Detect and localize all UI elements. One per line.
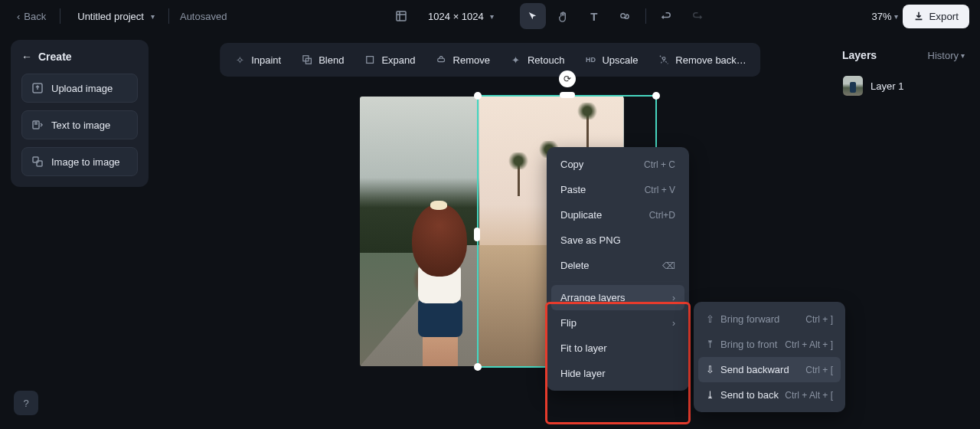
ctx-duplicate[interactable]: DuplicateCtrl+D	[551, 202, 684, 228]
chevron-right-icon: ›	[672, 318, 675, 329]
export-label: Export	[929, 11, 959, 22]
divider	[60, 8, 60, 24]
back-label: Back	[24, 11, 46, 22]
upload-image-label: Upload image	[51, 83, 113, 94]
context-menu: CopyCtrl + C PasteCtrl + V DuplicateCtrl…	[547, 147, 689, 391]
layers-title: Layers	[842, 49, 877, 61]
canvas-dimensions[interactable]: 1024 × 1024 ▾	[419, 6, 503, 27]
resize-handle-bl[interactable]	[474, 363, 482, 371]
hd-icon: HD	[584, 54, 596, 66]
ctx-copy[interactable]: CopyCtrl + C	[551, 152, 684, 177]
ctx-arrange-layers[interactable]: Arrange layers›	[551, 285, 684, 310]
text-to-image-icon	[31, 119, 44, 131]
bring-to-front-icon: ⤒	[706, 339, 714, 350]
top-bar: ‹ Back Untitled project ▾ Autosaved 1024…	[0, 0, 980, 32]
chevron-down-icon: ▾	[961, 51, 965, 60]
ctx-delete[interactable]: Delete⌫	[551, 253, 684, 278]
text-tool[interactable]: T	[581, 3, 607, 29]
inpaint-tool[interactable]: ✧Inpaint	[224, 47, 290, 72]
arrow-left-icon: ←	[21, 51, 32, 63]
help-icon: ?	[23, 398, 28, 409]
zoom-value: 37%	[871, 11, 891, 22]
ctx-paste[interactable]: PasteCtrl + V	[551, 177, 684, 202]
chevron-right-icon: ›	[672, 293, 675, 303]
sub-send-to-back[interactable]: ⤓Send to backCtrl + Alt + [	[698, 382, 841, 408]
send-to-back-icon: ⤓	[706, 389, 714, 401]
layer-thumbnail	[843, 76, 863, 96]
download-icon	[913, 11, 924, 21]
ctx-hide-layer[interactable]: Hide layer	[551, 361, 684, 386]
divider	[168, 8, 169, 24]
chevron-down-icon: ▾	[894, 12, 898, 21]
resize-handle-tl[interactable]	[474, 92, 482, 100]
project-name: Untitled project	[74, 11, 147, 22]
create-panel: ← Create Upload image Text to image Imag…	[11, 40, 149, 187]
edit-toolbar: ✧Inpaint Blend Expand Remove ✦Retouch HD…	[220, 43, 760, 77]
remove-bg-icon	[658, 54, 670, 66]
undo-button[interactable]	[654, 3, 680, 29]
upscale-tool[interactable]: HDUpscale	[575, 47, 647, 72]
zoom-dropdown[interactable]: 37% ▾	[871, 11, 898, 22]
back-button[interactable]: ‹ Back	[11, 6, 52, 27]
delete-icon: ⌫	[662, 260, 675, 271]
chevron-down-icon: ▾	[151, 12, 155, 21]
autosaved-label: Autosaved	[177, 11, 227, 22]
retouch-tool[interactable]: ✦Retouch	[501, 47, 573, 72]
chevron-left-icon: ‹	[17, 11, 20, 22]
ctx-fit-to-layer[interactable]: Fit to layer	[551, 336, 684, 361]
project-name-dropdown[interactable]: Untitled project ▾	[68, 6, 161, 27]
expand-tool[interactable]: Expand	[354, 47, 424, 72]
move-tool[interactable]	[520, 3, 546, 29]
arrange-submenu: ⇧Bring forwardCtrl + ] ⤒Bring to frontCt…	[694, 302, 845, 412]
resize-handle-tr[interactable]	[652, 92, 660, 100]
svg-rect-7	[367, 57, 374, 64]
layer-label: Layer 1	[871, 80, 903, 92]
rotate-handle[interactable]: ⟳	[559, 70, 576, 87]
blend-icon	[301, 54, 313, 66]
resize-handle-tm[interactable]	[560, 92, 575, 98]
retouch-icon: ✦	[510, 54, 522, 66]
ctx-save-png[interactable]: Save as PNG	[551, 228, 684, 253]
menu-separator	[551, 281, 684, 282]
layers-panel: Layers History▾ Layer 1 Layer 1	[838, 43, 969, 101]
text-to-image-label: Text to image	[51, 120, 110, 131]
redo-button[interactable]	[684, 3, 710, 29]
svg-rect-3	[33, 157, 38, 162]
image-to-image-icon	[31, 156, 44, 168]
chevron-down-icon: ▾	[490, 12, 494, 21]
image-to-image-label: Image to image	[51, 156, 120, 168]
send-backward-icon: ⇩	[706, 364, 714, 375]
hand-tool[interactable]	[550, 3, 577, 29]
ctx-flip[interactable]: Flip›	[551, 310, 684, 336]
text-to-image-button[interactable]: Text to image	[21, 110, 138, 139]
blend-tool[interactable]: Blend	[292, 47, 353, 72]
sub-bring-to-front[interactable]: ⤒Bring to frontCtrl + Alt + ]	[698, 332, 841, 357]
upload-image-button[interactable]: Upload image	[21, 74, 138, 103]
divider	[645, 8, 646, 24]
bring-forward-icon: ⇧	[706, 313, 714, 325]
remove-tool[interactable]: Remove	[426, 47, 499, 72]
create-header[interactable]: ← Create	[21, 51, 138, 66]
export-button[interactable]: Export	[903, 5, 969, 28]
resize-handle-ml[interactable]	[474, 228, 480, 241]
layer-item-2[interactable]: Layer 1	[838, 70, 969, 101]
create-title: Create	[38, 51, 72, 63]
expand-icon	[364, 54, 376, 66]
help-button[interactable]: ?	[14, 391, 38, 415]
svg-rect-8	[438, 58, 445, 61]
remove-background-tool[interactable]: Remove back…	[648, 47, 755, 72]
svg-rect-4	[37, 161, 42, 166]
svg-rect-0	[397, 11, 406, 21]
canvas-size-icon[interactable]	[388, 3, 414, 29]
image-to-image-button[interactable]: Image to image	[21, 147, 138, 176]
remove-icon	[436, 54, 448, 66]
history-dropdown[interactable]: History▾	[928, 50, 965, 61]
sub-send-backward[interactable]: ⇩Send backwardCtrl + [	[698, 357, 841, 382]
inpaint-icon: ✧	[234, 54, 246, 66]
dimensions-value: 1024 × 1024	[428, 11, 484, 22]
sub-bring-forward[interactable]: ⇧Bring forwardCtrl + ]	[698, 306, 841, 332]
shape-tool[interactable]	[612, 3, 638, 29]
upload-icon	[31, 82, 44, 94]
